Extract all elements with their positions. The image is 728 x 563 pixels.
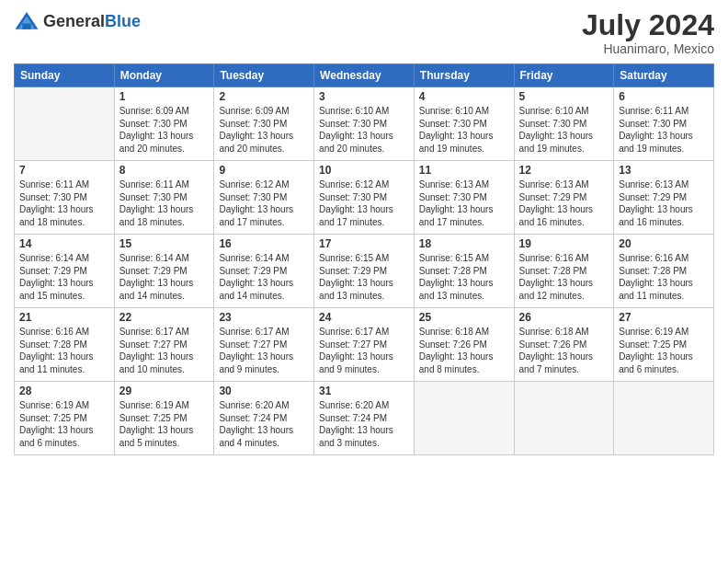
logo-general: General bbox=[43, 12, 105, 30]
calendar-cell: 19Sunrise: 6:16 AMSunset: 7:28 PMDayligh… bbox=[514, 235, 614, 308]
day-info: Sunrise: 6:16 AMSunset: 7:28 PMDaylight:… bbox=[19, 326, 109, 375]
calendar-cell: 12Sunrise: 6:13 AMSunset: 7:29 PMDayligh… bbox=[514, 161, 614, 235]
calendar-cell: 14Sunrise: 6:14 AMSunset: 7:29 PMDayligh… bbox=[15, 235, 115, 308]
calendar-cell: 15Sunrise: 6:14 AMSunset: 7:29 PMDayligh… bbox=[114, 235, 214, 308]
calendar-cell: 26Sunrise: 6:18 AMSunset: 7:26 PMDayligh… bbox=[514, 308, 614, 382]
day-number: 20 bbox=[619, 237, 709, 250]
day-info: Sunrise: 6:16 AMSunset: 7:28 PMDaylight:… bbox=[619, 252, 709, 302]
calendar-week-row: 7Sunrise: 6:11 AMSunset: 7:30 PMDaylight… bbox=[15, 161, 714, 235]
day-info: Sunrise: 6:14 AMSunset: 7:29 PMDaylight:… bbox=[119, 252, 210, 302]
day-info: Sunrise: 6:20 AMSunset: 7:24 PMDaylight:… bbox=[319, 399, 409, 449]
day-number: 11 bbox=[419, 164, 509, 177]
calendar-cell: 13Sunrise: 6:13 AMSunset: 7:29 PMDayligh… bbox=[614, 161, 714, 235]
calendar-header-row: SundayMondayTuesdayWednesdayThursdayFrid… bbox=[15, 64, 714, 87]
day-info: Sunrise: 6:15 AMSunset: 7:29 PMDaylight:… bbox=[319, 252, 409, 302]
calendar-cell: 10Sunrise: 6:12 AMSunset: 7:30 PMDayligh… bbox=[314, 161, 415, 235]
calendar-cell: 16Sunrise: 6:14 AMSunset: 7:29 PMDayligh… bbox=[214, 235, 314, 308]
calendar-week-row: 28Sunrise: 6:19 AMSunset: 7:25 PMDayligh… bbox=[15, 382, 714, 455]
day-info: Sunrise: 6:15 AMSunset: 7:28 PMDaylight:… bbox=[419, 252, 509, 302]
day-number: 13 bbox=[619, 164, 709, 177]
day-info: Sunrise: 6:13 AMSunset: 7:29 PMDaylight:… bbox=[519, 178, 609, 228]
day-info: Sunrise: 6:13 AMSunset: 7:30 PMDaylight:… bbox=[419, 178, 509, 228]
day-info: Sunrise: 6:18 AMSunset: 7:26 PMDaylight:… bbox=[519, 326, 609, 375]
logo-blue: Blue bbox=[105, 12, 141, 30]
day-info: Sunrise: 6:14 AMSunset: 7:29 PMDaylight:… bbox=[219, 252, 309, 302]
day-info: Sunrise: 6:17 AMSunset: 7:27 PMDaylight:… bbox=[119, 326, 210, 375]
day-header-wednesday: Wednesday bbox=[314, 64, 415, 87]
day-number: 15 bbox=[119, 237, 210, 250]
calendar-week-row: 21Sunrise: 6:16 AMSunset: 7:28 PMDayligh… bbox=[15, 308, 714, 382]
day-number: 7 bbox=[19, 164, 109, 177]
day-number: 31 bbox=[319, 385, 409, 397]
day-number: 30 bbox=[219, 385, 309, 397]
day-info: Sunrise: 6:17 AMSunset: 7:27 PMDaylight:… bbox=[319, 326, 409, 375]
day-info: Sunrise: 6:14 AMSunset: 7:29 PMDaylight:… bbox=[19, 252, 109, 302]
calendar-cell: 5Sunrise: 6:10 AMSunset: 7:30 PMDaylight… bbox=[514, 87, 614, 161]
day-header-tuesday: Tuesday bbox=[214, 64, 314, 87]
day-header-sunday: Sunday bbox=[15, 64, 115, 87]
calendar-cell: 29Sunrise: 6:19 AMSunset: 7:25 PMDayligh… bbox=[114, 382, 214, 455]
header: GeneralBlue July 2024 Huanimaro, Mexico bbox=[14, 9, 714, 56]
day-number: 8 bbox=[119, 164, 210, 177]
calendar-cell: 2Sunrise: 6:09 AMSunset: 7:30 PMDaylight… bbox=[214, 87, 314, 161]
day-number: 28 bbox=[19, 385, 109, 397]
calendar-cell: 1Sunrise: 6:09 AMSunset: 7:30 PMDaylight… bbox=[114, 87, 214, 161]
day-header-saturday: Saturday bbox=[614, 64, 714, 87]
day-number: 26 bbox=[519, 311, 609, 324]
day-number: 25 bbox=[419, 311, 509, 324]
day-header-friday: Friday bbox=[514, 64, 614, 87]
title-block: July 2024 Huanimaro, Mexico bbox=[582, 9, 714, 56]
day-info: Sunrise: 6:11 AMSunset: 7:30 PMDaylight:… bbox=[619, 105, 709, 155]
calendar-cell: 6Sunrise: 6:11 AMSunset: 7:30 PMDaylight… bbox=[614, 87, 714, 161]
day-number: 2 bbox=[219, 90, 309, 103]
day-number: 6 bbox=[619, 90, 709, 103]
day-info: Sunrise: 6:09 AMSunset: 7:30 PMDaylight:… bbox=[119, 105, 210, 155]
day-number: 18 bbox=[419, 237, 509, 250]
day-info: Sunrise: 6:20 AMSunset: 7:24 PMDaylight:… bbox=[219, 399, 309, 449]
day-info: Sunrise: 6:10 AMSunset: 7:30 PMDaylight:… bbox=[419, 105, 509, 155]
day-info: Sunrise: 6:19 AMSunset: 7:25 PMDaylight:… bbox=[119, 399, 210, 449]
day-info: Sunrise: 6:13 AMSunset: 7:29 PMDaylight:… bbox=[619, 178, 709, 228]
calendar-cell: 23Sunrise: 6:17 AMSunset: 7:27 PMDayligh… bbox=[214, 308, 314, 382]
calendar-cell: 28Sunrise: 6:19 AMSunset: 7:25 PMDayligh… bbox=[15, 382, 115, 455]
day-number: 4 bbox=[419, 90, 509, 103]
day-info: Sunrise: 6:11 AMSunset: 7:30 PMDaylight:… bbox=[19, 178, 109, 228]
day-number: 27 bbox=[619, 311, 709, 324]
calendar-cell: 7Sunrise: 6:11 AMSunset: 7:30 PMDaylight… bbox=[15, 161, 115, 235]
logo: GeneralBlue bbox=[14, 9, 141, 35]
calendar-cell: 18Sunrise: 6:15 AMSunset: 7:28 PMDayligh… bbox=[414, 235, 514, 308]
day-number: 21 bbox=[19, 311, 109, 324]
day-info: Sunrise: 6:10 AMSunset: 7:30 PMDaylight:… bbox=[519, 105, 609, 155]
day-number: 5 bbox=[519, 90, 609, 103]
calendar-cell: 21Sunrise: 6:16 AMSunset: 7:28 PMDayligh… bbox=[15, 308, 115, 382]
calendar-week-row: 1Sunrise: 6:09 AMSunset: 7:30 PMDaylight… bbox=[15, 87, 714, 161]
calendar-cell: 20Sunrise: 6:16 AMSunset: 7:28 PMDayligh… bbox=[614, 235, 714, 308]
calendar-cell: 17Sunrise: 6:15 AMSunset: 7:29 PMDayligh… bbox=[314, 235, 415, 308]
day-number: 12 bbox=[519, 164, 609, 177]
day-info: Sunrise: 6:19 AMSunset: 7:25 PMDaylight:… bbox=[19, 399, 109, 449]
page: GeneralBlue July 2024 Huanimaro, Mexico … bbox=[0, 0, 728, 563]
day-number: 1 bbox=[119, 90, 210, 103]
logo-icon bbox=[14, 9, 40, 35]
day-info: Sunrise: 6:19 AMSunset: 7:25 PMDaylight:… bbox=[619, 326, 709, 375]
calendar-cell: 4Sunrise: 6:10 AMSunset: 7:30 PMDaylight… bbox=[414, 87, 514, 161]
day-info: Sunrise: 6:12 AMSunset: 7:30 PMDaylight:… bbox=[319, 178, 409, 228]
day-header-thursday: Thursday bbox=[414, 64, 514, 87]
day-info: Sunrise: 6:10 AMSunset: 7:30 PMDaylight:… bbox=[319, 105, 409, 155]
calendar-cell bbox=[15, 87, 115, 161]
location: Huanimaro, Mexico bbox=[582, 41, 714, 56]
calendar-cell: 3Sunrise: 6:10 AMSunset: 7:30 PMDaylight… bbox=[314, 87, 415, 161]
calendar-cell bbox=[514, 382, 614, 455]
day-info: Sunrise: 6:09 AMSunset: 7:30 PMDaylight:… bbox=[219, 105, 309, 155]
calendar-cell: 8Sunrise: 6:11 AMSunset: 7:30 PMDaylight… bbox=[114, 161, 214, 235]
calendar-cell: 31Sunrise: 6:20 AMSunset: 7:24 PMDayligh… bbox=[314, 382, 415, 455]
day-number: 29 bbox=[119, 385, 210, 397]
day-info: Sunrise: 6:16 AMSunset: 7:28 PMDaylight:… bbox=[519, 252, 609, 302]
day-number: 16 bbox=[219, 237, 309, 250]
day-info: Sunrise: 6:11 AMSunset: 7:30 PMDaylight:… bbox=[119, 178, 210, 228]
calendar-cell bbox=[614, 382, 714, 455]
day-info: Sunrise: 6:12 AMSunset: 7:30 PMDaylight:… bbox=[219, 178, 309, 228]
day-info: Sunrise: 6:17 AMSunset: 7:27 PMDaylight:… bbox=[219, 326, 309, 375]
calendar-cell: 9Sunrise: 6:12 AMSunset: 7:30 PMDaylight… bbox=[214, 161, 314, 235]
day-info: Sunrise: 6:18 AMSunset: 7:26 PMDaylight:… bbox=[419, 326, 509, 375]
